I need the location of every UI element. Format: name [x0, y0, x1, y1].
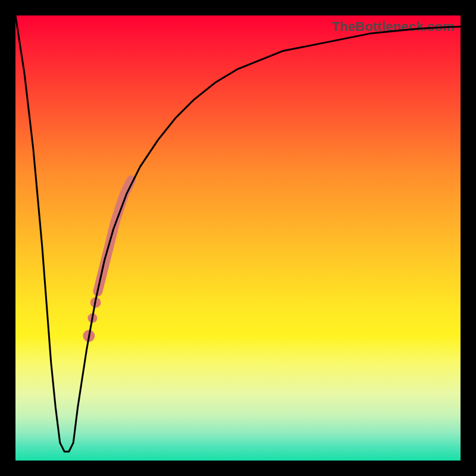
highlight-group: [83, 180, 131, 342]
plot-area: TheBottleneck.com: [15, 15, 461, 461]
chart-frame: TheBottleneck.com: [0, 0, 476, 476]
bottleneck-curve: [15, 15, 461, 452]
chart-svg: [15, 15, 461, 461]
